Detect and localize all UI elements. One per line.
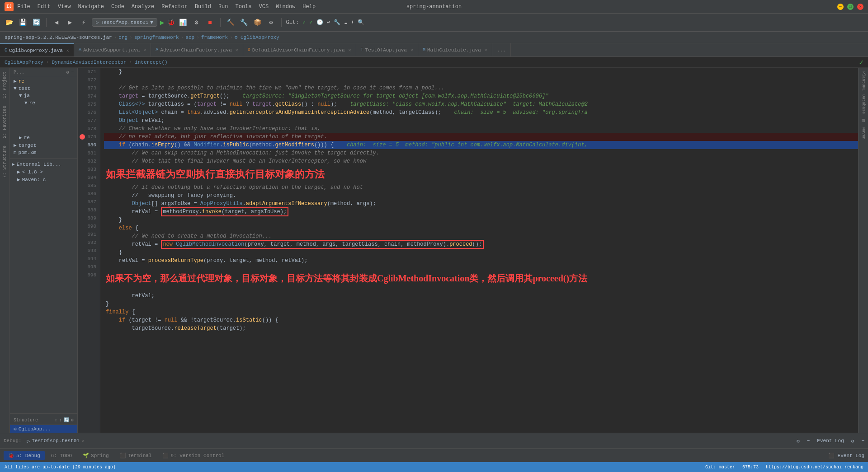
tab-close-toa[interactable]: ✕	[410, 47, 413, 53]
tree-re2[interactable]: ▼re	[10, 99, 77, 107]
git-wrench[interactable]: 🔧	[334, 19, 340, 26]
event-log-btn[interactable]: ⬛ Event Log	[828, 453, 864, 458]
git-cloud[interactable]: ☁	[344, 19, 347, 26]
structure-settings[interactable]: ⚙	[71, 417, 74, 423]
close-button[interactable]: ✕	[857, 4, 863, 10]
tab-testofaop[interactable]: T TestOfAop.java ✕	[356, 43, 418, 57]
tree-maven[interactable]: ▶Maven: c	[10, 176, 77, 183]
breadcrumb-org[interactable]: org	[118, 35, 127, 40]
forward-btn[interactable]: ▶	[65, 17, 75, 28]
stop-btn[interactable]: ■	[205, 17, 216, 28]
tab-vcs[interactable]: ⬛ 9: Version Control	[158, 451, 229, 460]
database-label[interactable]: Database	[860, 93, 867, 116]
debug-config-tab[interactable]: ▷ TestOfAop.test01 ✕	[27, 438, 85, 444]
tab-cglib[interactable]: C CglibAopProxy.java ✕	[0, 43, 74, 57]
menu-view[interactable]: View	[58, 4, 71, 10]
settings-icon-bottom[interactable]: ⚙	[797, 438, 800, 444]
tree-re1[interactable]: ▶re	[10, 77, 77, 85]
menu-run[interactable]: Run	[218, 4, 228, 10]
menu-analyze[interactable]: Analyze	[132, 4, 154, 10]
breadcrumb-springframework[interactable]: springframework	[134, 35, 179, 40]
build-btn[interactable]: 🔨	[225, 17, 236, 28]
debug-close[interactable]: ✕	[81, 438, 85, 444]
structure-side-icon[interactable]: 7: Structure	[1, 144, 8, 180]
tree-test[interactable]: ▼test	[10, 85, 77, 92]
minimize-icon-bottom2[interactable]: −	[861, 438, 864, 444]
tab-overflow[interactable]: ...	[492, 43, 511, 57]
sdk-btn[interactable]: 📦	[252, 17, 263, 28]
event-log-label-left[interactable]: Event Log	[817, 438, 844, 444]
panel-collapse[interactable]: −	[71, 70, 74, 75]
tab-todo[interactable]: 6: TODO	[47, 451, 76, 460]
panel-expand[interactable]: ⚙	[66, 70, 69, 75]
tab-close-da[interactable]: ✕	[348, 47, 351, 53]
run-config-selector[interactable]: ▷ TestOfAop.test01 ▼	[92, 18, 157, 27]
minimize-icon-bottom[interactable]: −	[807, 438, 810, 444]
cb-dynamic[interactable]: DynamicAdvisedInterceptor	[52, 60, 126, 65]
structure-cglib[interactable]: ⚙ CglibAop...	[10, 425, 77, 433]
favorites-icon[interactable]: 2: Favorites	[1, 104, 8, 140]
debug-button[interactable]: 🐞	[167, 19, 175, 26]
menu-window[interactable]: Window	[276, 4, 295, 10]
breadcrumb-jar[interactable]: spring-aop-5.2.2.RELEASE-sources.jar	[5, 35, 112, 40]
status-branch[interactable]: Git: master	[705, 465, 735, 470]
run-button[interactable]: ▶	[160, 18, 165, 27]
menu-refactor[interactable]: Refactor	[161, 4, 188, 10]
plantuml-label[interactable]: PlantUML	[860, 70, 867, 93]
cb-intercept[interactable]: intercept()	[135, 60, 168, 65]
structure-sort2[interactable]: ↕	[59, 418, 62, 423]
tab-terminal[interactable]: ⬛ Terminal	[115, 451, 156, 460]
tab-mathcalc[interactable]: M MathCalculate.java ✕	[418, 43, 492, 57]
m-label[interactable]: m	[861, 116, 866, 126]
tab-advisorchain[interactable]: A AdvisorChainFactory.java ✕	[151, 43, 243, 57]
settings-icon-bottom2[interactable]: ⚙	[851, 438, 854, 444]
tree-re4[interactable]: ▶re	[10, 134, 77, 141]
tab-defaultadvisor[interactable]: D DefaultAdvisorChainFactory.java ✕	[243, 43, 356, 57]
tree-jdk[interactable]: ▶< 1.8 >	[10, 168, 77, 176]
breadcrumb-framework[interactable]: framework	[201, 35, 228, 40]
tab-debug[interactable]: 🐞 5: Debug	[4, 451, 45, 460]
project-icon[interactable]: 1: Project	[1, 70, 8, 100]
sync-btn[interactable]: 🔄	[31, 17, 42, 28]
rebuild-btn[interactable]: 🔧	[239, 17, 250, 28]
menu-help[interactable]: Help	[302, 4, 316, 10]
git-search[interactable]: 🔍	[358, 19, 364, 26]
tree-external[interactable]: ▶External Lib...	[10, 160, 77, 168]
cb-cglib[interactable]: CglibAopProxy	[5, 60, 43, 65]
maximize-button[interactable]: □	[847, 4, 854, 10]
menu-build[interactable]: Build	[195, 4, 211, 10]
tree-ja[interactable]: ▼ja	[10, 92, 77, 99]
save-btn[interactable]: 💾	[17, 17, 28, 28]
open-file-btn[interactable]: 📂	[4, 17, 14, 28]
back-btn[interactable]: ◀	[51, 17, 62, 28]
tab-close-ac[interactable]: ✕	[236, 47, 238, 53]
git-pull[interactable]: ⬇	[351, 19, 354, 26]
code-content[interactable]: 671 672 673 674 675 676 677 678 679 680 …	[78, 68, 858, 433]
coverage-btn[interactable]: 📊	[178, 17, 189, 28]
breadcrumb-aop[interactable]: aop	[185, 35, 194, 40]
profile-btn[interactable]: ⚙	[191, 17, 202, 28]
settings-btn[interactable]: ⚙	[266, 17, 277, 28]
tab-advisedsupport[interactable]: A AdvisedSupport.java ✕	[74, 43, 151, 57]
breadcrumb-class[interactable]: ⚙ CglibAopProxy	[235, 34, 279, 40]
tab-close-mc[interactable]: ✕	[485, 47, 487, 53]
window-controls[interactable]: — □ ✕	[837, 4, 863, 10]
maven-label[interactable]: Maven	[860, 126, 867, 141]
tab-close-cglib[interactable]: ✕	[66, 48, 69, 53]
structure-sort1[interactable]: ↕	[55, 418, 57, 423]
structure-refresh[interactable]: 🔄	[64, 417, 69, 423]
tree-re3[interactable]	[10, 107, 77, 134]
tree-target[interactable]: ▶target	[10, 141, 77, 149]
menu-file[interactable]: File	[17, 4, 30, 10]
menu-edit[interactable]: Edit	[38, 4, 51, 10]
minimize-button[interactable]: —	[837, 4, 844, 10]
menu-code[interactable]: Code	[111, 4, 124, 10]
tree-pom[interactable]: mpom.xm	[10, 149, 77, 156]
tab-spring[interactable]: 🌱 Spring	[78, 451, 113, 460]
menu-vcs[interactable]: VCS	[259, 4, 269, 10]
menu-navigate[interactable]: Navigate	[78, 4, 104, 10]
nav-btn[interactable]: ⚡	[78, 17, 89, 28]
menu-tools[interactable]: Tools	[236, 4, 252, 10]
tab-close-as[interactable]: ✕	[143, 47, 146, 53]
git-undo[interactable]: ↩	[327, 19, 330, 26]
